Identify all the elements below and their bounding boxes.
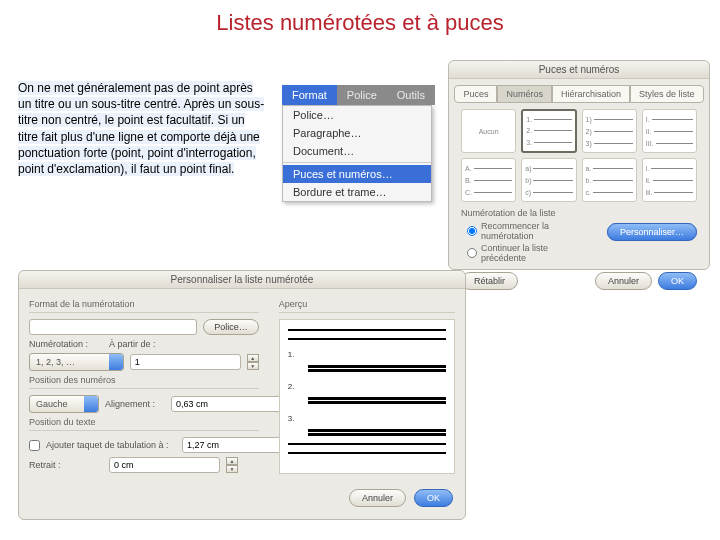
page-title: Listes numérotées et à puces [0,0,720,36]
menu-bar-area: Format Police Outils Police… Paragraphe…… [282,85,435,202]
preview-pane: 1. 2. 3. [279,319,455,474]
menu-header: Format Police Outils [282,85,435,105]
style-aucun[interactable]: Aucun [461,109,516,153]
menu-separator [283,162,431,163]
instruction-text: On ne met généralement pas de point aprè… [18,80,268,177]
retrait-stepper[interactable]: ▲▼ [226,457,238,473]
retrait-input[interactable] [109,457,220,473]
style-123[interactable]: 1.2.3. [521,109,576,153]
position-select[interactable]: Gauche [29,395,99,413]
tab-hierarchisation[interactable]: Hiérarchisation [552,85,630,103]
radio-continuer[interactable]: Continuer la liste précédente [449,242,595,264]
apartir-label: À partir de : [109,339,167,349]
apartir-input[interactable] [130,354,241,370]
tab-checkbox[interactable] [29,440,40,451]
menu-police[interactable]: Police [337,85,387,105]
menu-format[interactable]: Format [282,85,337,105]
tab-puces[interactable]: Puces [454,85,497,103]
pos-num-group-label: Position des numéros [29,375,259,385]
menu-item-paragraphe[interactable]: Paragraphe… [283,124,431,142]
radio-recommencer[interactable]: Recommencer la numérotation [449,220,595,242]
menu-outils[interactable]: Outils [387,85,435,105]
dialog-title: Puces et numéros [449,61,709,79]
dialog-puces-numeros: Puces et numéros Puces Numéros Hiérarchi… [448,60,710,270]
pos-text-group-label: Position du texte [29,417,259,427]
menu-item-puces-numeros[interactable]: Puces et numéros… [283,165,431,183]
retrait-label: Retrait : [29,460,103,470]
alignement-label: Alignement : [105,399,165,409]
format-input[interactable] [29,319,197,335]
menu-item-document[interactable]: Document… [283,142,431,160]
tab-styles-liste[interactable]: Styles de liste [630,85,704,103]
tab-segmented-control: Puces Numéros Hiérarchisation Styles de … [449,85,709,103]
numerotation-label: Numérotation : [29,339,103,349]
alignement-input[interactable] [171,396,282,412]
style-roman[interactable]: I.II.III. [642,109,697,153]
dialog-personnaliser: Personnaliser la liste numérotée Format … [18,270,466,520]
style-123-paren[interactable]: 1)2)3) [582,109,637,153]
style-lower-alpha-paren[interactable]: a)b)c) [521,158,576,202]
style-lower-roman[interactable]: i.ii.iii. [642,158,697,202]
format-group-label: Format de la numérotation [29,299,259,309]
menu-item-police[interactable]: Police… [283,106,431,124]
apercu-label: Aperçu [279,299,455,309]
police-button[interactable]: Police… [203,319,259,335]
numerotation-section-label: Numérotation de la liste [449,202,709,220]
style-lower-alpha[interactable]: a.b.c. [582,158,637,202]
dlg2-ok-button[interactable]: OK [414,489,453,507]
annuler-button[interactable]: Annuler [595,272,652,290]
dlg2-annuler-button[interactable]: Annuler [349,489,406,507]
personnaliser-button[interactable]: Personnaliser… [607,223,697,241]
menu-item-bordure-trame[interactable]: Bordure et trame… [283,183,431,201]
retablir-button[interactable]: Rétablir [461,272,518,290]
numerotation-select[interactable]: 1, 2, 3, … [29,353,124,371]
number-style-grid: Aucun 1.2.3. 1)2)3) I.II.III. A.B.C. a)b… [449,109,709,202]
ok-button[interactable]: OK [658,272,697,290]
apartir-stepper[interactable]: ▲▼ [247,354,259,370]
tab-numeros[interactable]: Numéros [497,85,552,103]
format-dropdown: Police… Paragraphe… Document… Puces et n… [282,105,432,202]
style-upper-alpha[interactable]: A.B.C. [461,158,516,202]
tab-label: Ajouter taquet de tabulation à : [46,440,176,450]
dialog2-title: Personnaliser la liste numérotée [19,271,465,289]
